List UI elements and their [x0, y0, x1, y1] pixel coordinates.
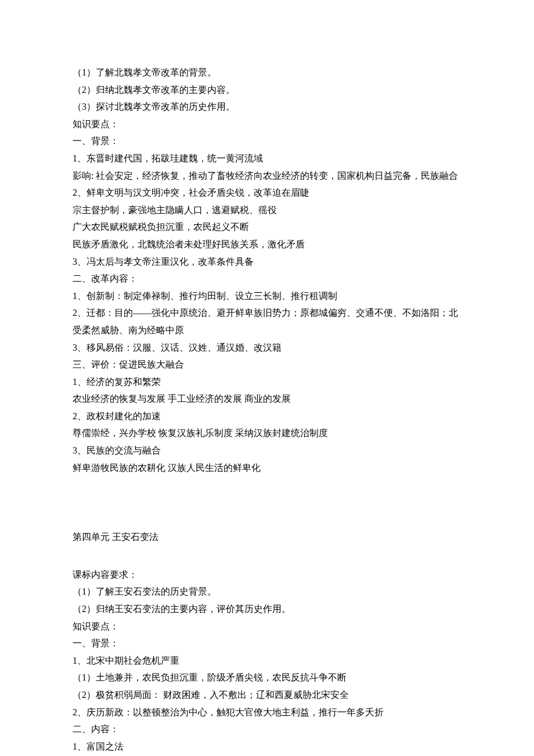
u4-bg-p2: 2、庆历新政：以整顿整治为中心，触犯大官僚大地主利益，推行一年多夭折 [73, 704, 461, 721]
u3-eval-p1: 1、经济的复苏和繁荣 [73, 373, 461, 391]
u4-bg-p1b: （2）极贫积弱局面： 财政困难，入不敷出；辽和西夏威胁北宋安全 [73, 686, 461, 704]
u3-bg-title: 一、背景： [73, 132, 461, 150]
u3-bg-p1effect: 影响: 社会安定，经济恢复，推动了畜牧经济向农业经济的转变，国家机构日益完备，民… [73, 167, 461, 185]
u3-eval-p2a: 尊儒崇经，兴办学校 恢复汉族礼乐制度 采纳汉族封建统治制度 [73, 424, 461, 442]
u3-eval-title: 三、评价：促进民族大融合 [73, 356, 461, 373]
u3-bg-p3: 3、冯太后与孝文帝注重汉化，改革条件具备 [73, 253, 461, 271]
u3-req1: （1）了解北魏孝文帝改革的背景。 [73, 64, 461, 81]
u4-content-p1: 1、富国之法 [73, 738, 461, 755]
u4-req1: （1）了解王安石变法的历史背景。 [73, 583, 461, 600]
u4-bg-p1: 1、北宋中期社会危机严重 [73, 652, 461, 669]
u3-req2: （2）归纳北魏孝文帝改革的主要内容。 [73, 81, 461, 99]
u3-eval-p2: 2、政权封建化的加速 [73, 408, 461, 425]
u3-eval-p3: 3、民族的交流与融合 [73, 442, 461, 459]
u3-eval-p3a: 鲜卑游牧民族的农耕化 汉族人民生活的鲜卑化 [73, 459, 461, 477]
u4-bg-title: 一、背景： [73, 635, 461, 652]
u3-content-p1: 1、创新制：制定俸禄制、推行均田制、设立三长制、推行租调制 [73, 287, 461, 305]
u4-content-title: 二、内容： [73, 721, 461, 738]
u4-req2: （2）归纳王安石变法的主要内容，评价其历史作用。 [73, 600, 461, 618]
u3-content-p3: 3、移风易俗：汉服、汉话、汉姓、通汉婚、改汉籍 [73, 339, 461, 357]
u3-content-title: 二、改革内容： [73, 270, 461, 287]
u3-knowledge-label: 知识要点： [73, 116, 461, 133]
u4-knowledge-label: 知识要点： [73, 618, 461, 635]
u3-eval-p1a: 农业经济的恢复与发展 手工业经济的发展 商业的发展 [73, 390, 461, 408]
u4-title: 第四单元 王安石变法 [73, 528, 461, 546]
u3-bg-p2b: 广大农民赋税赋税负担沉重，农民起义不断 [73, 218, 461, 236]
u3-bg-p2c: 民族矛盾激化，北魏统治者未处理好民族关系，激化矛盾 [73, 236, 461, 253]
u3-req3: （3）探讨北魏孝文帝改革的历史作用。 [73, 98, 461, 116]
u3-bg-p1: 1、东晋时建代国，拓跋珪建魏，统一黄河流域 [73, 150, 461, 167]
u3-bg-p2: 2、鲜卑文明与汉文明冲突，社会矛盾尖锐，改革迫在眉睫 [73, 184, 461, 201]
u4-bg-p1a: （1）土地兼并，农民负担沉重，阶级矛盾尖锐，农民反抗斗争不断 [73, 669, 461, 686]
u3-bg-p2a: 宗主督护制，豪强地主隐瞒人口，逃避赋税、徭役 [73, 201, 461, 219]
u4-req-label: 课标内容要求： [73, 566, 461, 584]
u3-content-p2: 2、迁都：目的——强化中原统治、避开鲜卑族旧势力；原都城偏穷、交通不便、不如洛阳… [73, 304, 461, 339]
